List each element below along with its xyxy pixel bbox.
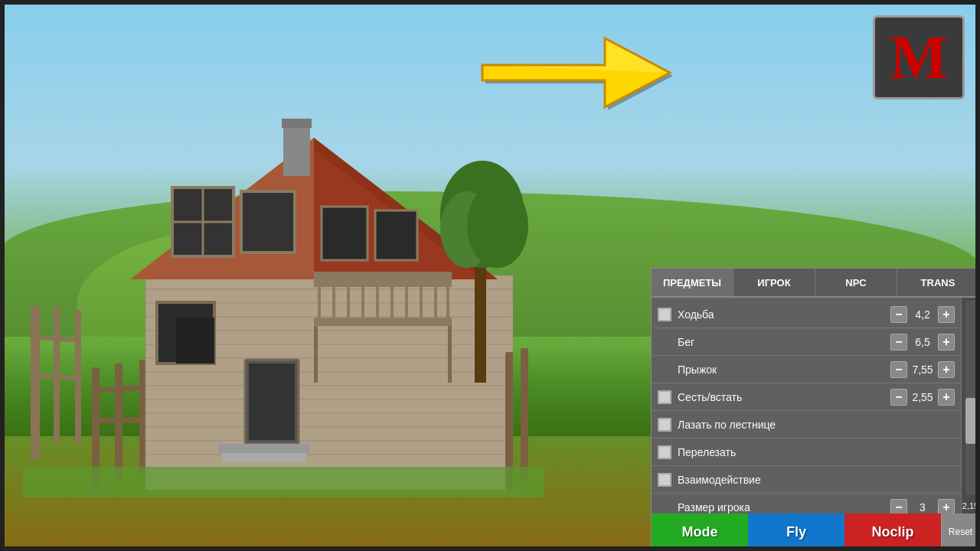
- checkbox-ladder[interactable]: [658, 418, 671, 432]
- noclip-button[interactable]: Noclip: [844, 514, 941, 550]
- plus-jump[interactable]: +: [938, 361, 955, 378]
- svg-rect-35: [314, 321, 318, 383]
- svg-rect-45: [249, 364, 295, 440]
- svg-rect-54: [361, 278, 364, 320]
- svg-rect-48: [322, 207, 368, 260]
- row-run: Бег − 6,5 +: [652, 328, 961, 356]
- row-size: Размер игрока − 3 +: [652, 494, 961, 514]
- svg-rect-49: [375, 210, 417, 260]
- svg-rect-47: [282, 119, 312, 128]
- tab-trans[interactable]: TRANS: [897, 269, 979, 296]
- svg-rect-52: [332, 278, 335, 320]
- svg-rect-58: [420, 278, 423, 320]
- svg-rect-36: [448, 321, 452, 383]
- svg-rect-43: [176, 318, 214, 364]
- tab-igrok[interactable]: ИГРОК: [733, 269, 815, 296]
- svg-rect-63: [222, 453, 306, 462]
- m-letter: M: [890, 27, 948, 88]
- checkbox-interact[interactable]: [658, 473, 671, 487]
- svg-rect-51: [318, 278, 321, 320]
- row-ladder: Лазать по лестнице: [652, 411, 961, 439]
- svg-rect-60: [446, 278, 449, 320]
- svg-rect-62: [218, 444, 310, 453]
- checkbox-climb[interactable]: [658, 445, 671, 459]
- svg-rect-28: [145, 455, 513, 468]
- reset-button[interactable]: Reset: [941, 514, 979, 550]
- minus-sit[interactable]: −: [890, 389, 907, 406]
- svg-rect-25: [145, 413, 513, 427]
- svg-rect-70: [23, 467, 544, 497]
- checkbox-walk[interactable]: [658, 308, 671, 321]
- tabs-row: ПРЕДМЕТЫ ИГРОК NPC TRANS: [652, 269, 979, 298]
- scrollbar: 2,15: [961, 298, 979, 514]
- plus-walk[interactable]: +: [938, 306, 955, 323]
- row-climb: Перелезать: [652, 439, 961, 466]
- fly-button[interactable]: Fly: [748, 514, 844, 550]
- svg-rect-57: [405, 278, 408, 320]
- svg-rect-50: [314, 272, 452, 278]
- scrollbar-thumb[interactable]: [965, 398, 976, 444]
- plus-sit[interactable]: +: [938, 389, 955, 406]
- row-interact: Взаимодействие: [652, 466, 961, 494]
- svg-rect-65: [521, 348, 528, 482]
- scrollbar-value: 2,15: [961, 498, 979, 514]
- svg-rect-0: [31, 306, 40, 459]
- arrow-graphic: [475, 23, 674, 122]
- svg-rect-23: [145, 386, 513, 399]
- svg-rect-53: [347, 278, 350, 320]
- content-area: Ходьба − 4,2 + Бег − 6,5 + Прыжок − 7,55…: [652, 298, 979, 514]
- minus-size[interactable]: −: [890, 499, 907, 514]
- svg-rect-41: [241, 191, 295, 253]
- svg-rect-26: [145, 427, 513, 441]
- bottom-buttons: Mode Fly Noclip Reset: [652, 514, 979, 550]
- tab-predmety[interactable]: ПРЕДМЕТЫ: [652, 269, 733, 296]
- svg-rect-27: [145, 441, 513, 455]
- checkbox-sit[interactable]: [658, 390, 671, 404]
- minus-run[interactable]: −: [890, 334, 907, 350]
- svg-rect-61: [314, 318, 452, 322]
- rows-container: Ходьба − 4,2 + Бег − 6,5 + Прыжок − 7,55…: [652, 298, 961, 514]
- plus-size[interactable]: +: [938, 499, 955, 514]
- svg-rect-59: [434, 278, 437, 320]
- plus-run[interactable]: +: [938, 334, 955, 350]
- scrollbar-track[interactable]: [965, 301, 976, 495]
- svg-rect-56: [390, 278, 394, 320]
- mode-button[interactable]: Mode: [652, 514, 748, 550]
- svg-rect-24: [145, 399, 513, 413]
- row-jump: Прыжок − 7,55 +: [652, 356, 961, 383]
- svg-rect-22: [145, 372, 513, 386]
- svg-rect-46: [283, 122, 310, 176]
- svg-point-69: [467, 184, 528, 268]
- svg-rect-55: [376, 278, 379, 320]
- minus-jump[interactable]: −: [890, 361, 907, 378]
- svg-marker-72: [482, 38, 670, 107]
- tab-npc[interactable]: NPC: [815, 269, 897, 296]
- m-logo: M: [873, 15, 965, 99]
- minus-walk[interactable]: −: [890, 306, 907, 323]
- row-sit: Сесть/встать − 2,55 +: [652, 383, 961, 411]
- row-walk: Ходьба − 4,2 +: [652, 301, 961, 328]
- settings-panel: ПРЕДМЕТЫ ИГРОК NPC TRANS Ходьба − 4,2 +: [651, 268, 980, 551]
- house-scene: [23, 77, 544, 497]
